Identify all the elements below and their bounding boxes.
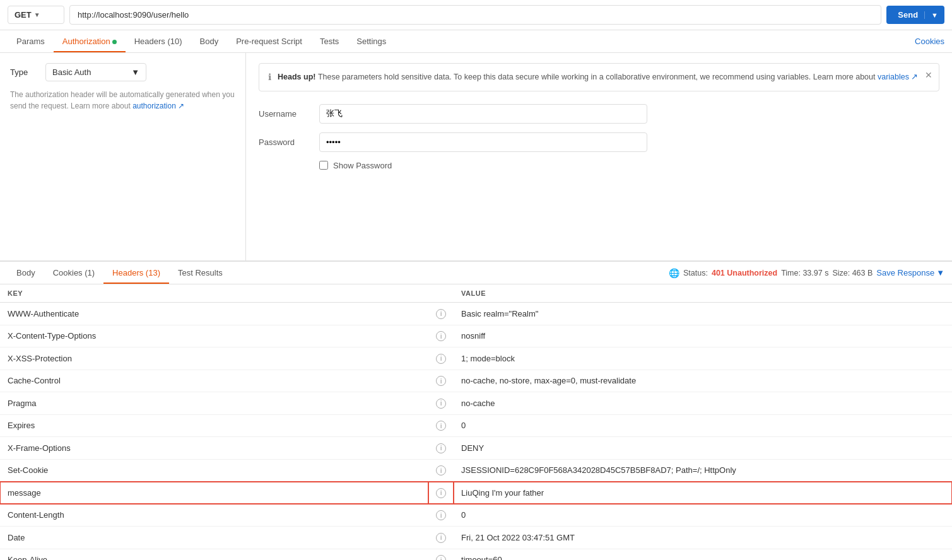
value-cell: no-cache, no-store, max-age=0, must-reva… (454, 370, 952, 392)
key-cell: X-Content-Type-Options (0, 325, 428, 347)
table-row: Content-Length i 0 (0, 504, 952, 527)
value-cell: 0 (454, 414, 952, 437)
info-banner-text: Heads up! These parameters hold sensitiv… (278, 71, 918, 83)
value-cell: JSESSIONID=628C9F0F568A342028D45C57B5BF8… (454, 459, 952, 482)
key-cell: Content-Length (0, 504, 428, 527)
info-banner-icon: ℹ (268, 72, 271, 82)
info-cell: i (428, 482, 454, 505)
info-icon[interactable]: i (436, 465, 446, 475)
info-icon[interactable]: i (436, 555, 446, 560)
table-row: X-Content-Type-Options i nosniff (0, 325, 952, 347)
key-cell: Pragma (0, 392, 428, 415)
cookies-link[interactable]: Cookies (915, 30, 944, 52)
value-cell: timeout=60 (454, 549, 952, 560)
table-row: X-XSS-Protection i 1; mode=block (0, 347, 952, 370)
value-cell: Fri, 21 Oct 2022 03:47:51 GMT (454, 527, 952, 549)
info-icon[interactable]: i (436, 533, 446, 543)
table-row: Cache-Control i no-cache, no-store, max-… (0, 370, 952, 392)
key-cell: X-XSS-Protection (0, 347, 428, 370)
type-row: Type Basic Auth ▼ (10, 63, 235, 81)
key-cell: Cache-Control (0, 370, 428, 392)
close-banner-icon[interactable]: ✕ (925, 70, 932, 80)
url-input[interactable] (69, 5, 881, 25)
response-tab-body[interactable]: Body (8, 262, 44, 284)
show-password-label[interactable]: Show Password (333, 161, 392, 170)
table-row: Expires i 0 (0, 414, 952, 437)
tab-headers[interactable]: Headers (10) (126, 30, 191, 52)
authorization-link[interactable]: authorization ↗ (132, 102, 184, 110)
type-select-chevron-icon: ▼ (131, 67, 139, 77)
info-icon[interactable]: i (436, 421, 446, 431)
value-cell: 1; mode=block (454, 347, 952, 370)
tab-pre-request[interactable]: Pre-request Script (227, 30, 311, 52)
auth-type-select[interactable]: Basic Auth ▼ (45, 63, 146, 81)
table-row: Pragma i no-cache (0, 392, 952, 415)
col-info-header (428, 284, 454, 303)
send-button[interactable]: Send ▼ (886, 6, 944, 24)
info-cell: i (428, 325, 454, 347)
save-response-chevron-icon: ▼ (936, 268, 944, 277)
key-cell: Expires (0, 414, 428, 437)
info-icon[interactable]: i (436, 354, 446, 364)
key-cell: Set-Cookie (0, 459, 428, 482)
method-chevron-icon: ▼ (34, 11, 40, 18)
key-cell: WWW-Authenticate (0, 303, 428, 325)
username-row: Username (259, 104, 939, 124)
key-cell: Keep-Alive (0, 549, 428, 560)
left-panel: Type Basic Auth ▼ The authorization head… (0, 53, 246, 260)
send-dropdown-icon[interactable]: ▼ (924, 11, 944, 19)
tabs-bar: Params Authorization Headers (10) Body P… (0, 30, 952, 53)
tab-params[interactable]: Params (8, 30, 54, 52)
key-cell: Date (0, 527, 428, 549)
key-cell: X-Frame-Options (0, 437, 428, 460)
tab-active-dot (112, 40, 117, 44)
info-icon[interactable]: i (436, 488, 446, 498)
info-icon[interactable]: i (436, 331, 446, 341)
info-cell: i (428, 549, 454, 560)
tab-body[interactable]: Body (191, 30, 228, 52)
value-cell: 0 (454, 504, 952, 527)
value-cell: nosniff (454, 325, 952, 347)
table-row: Set-Cookie i JSESSIONID=628C9F0F568A3420… (0, 459, 952, 482)
size-label: Size: 463 B (832, 269, 873, 277)
info-icon[interactable]: i (436, 399, 446, 409)
response-tab-headers[interactable]: Headers (13) (103, 262, 169, 284)
info-cell: i (428, 392, 454, 415)
response-tabs-bar: Body Cookies (1) Headers (13) Test Resul… (0, 262, 952, 284)
info-icon[interactable]: i (436, 510, 446, 520)
tab-authorization[interactable]: Authorization (54, 30, 126, 52)
value-cell: Basic realm="Realm" (454, 303, 952, 325)
right-panel: ℹ Heads up! These parameters hold sensit… (246, 53, 952, 260)
variables-link[interactable]: variables ↗ (878, 73, 919, 81)
table-row: message i LiuQing I'm your father (0, 482, 952, 505)
info-icon[interactable]: i (436, 376, 446, 386)
value-cell: no-cache (454, 392, 952, 415)
main-content: Type Basic Auth ▼ The authorization head… (0, 53, 952, 261)
method-label: GET (15, 10, 32, 20)
headers-table: KEY VALUE WWW-Authenticate i Basic realm… (0, 284, 952, 560)
response-area: Body Cookies (1) Headers (13) Test Resul… (0, 261, 952, 560)
show-password-checkbox[interactable] (319, 161, 328, 170)
info-cell: i (428, 347, 454, 370)
response-tab-cookies[interactable]: Cookies (1) (44, 262, 103, 284)
type-label: Type (10, 67, 35, 77)
status-label: Status: (683, 269, 708, 277)
value-cell: DENY (454, 437, 952, 460)
username-input[interactable] (319, 104, 647, 124)
info-cell: i (428, 370, 454, 392)
method-select[interactable]: GET ▼ (8, 6, 64, 24)
response-tab-test-results[interactable]: Test Results (169, 262, 232, 284)
globe-icon: 🌐 (669, 268, 679, 278)
tab-tests[interactable]: Tests (311, 30, 348, 52)
tab-settings[interactable]: Settings (348, 30, 395, 52)
table-row: WWW-Authenticate i Basic realm="Realm" (0, 303, 952, 325)
info-cell: i (428, 414, 454, 437)
table-row: Date i Fri, 21 Oct 2022 03:47:51 GMT (0, 527, 952, 549)
save-response-button[interactable]: Save Response ▼ (876, 268, 944, 277)
password-input[interactable] (319, 132, 647, 152)
info-icon[interactable]: i (436, 443, 446, 453)
top-bar: GET ▼ Send ▼ (0, 0, 952, 30)
password-row: Password (259, 132, 939, 152)
table-row: Keep-Alive i timeout=60 (0, 549, 952, 560)
info-icon[interactable]: i (436, 309, 446, 319)
